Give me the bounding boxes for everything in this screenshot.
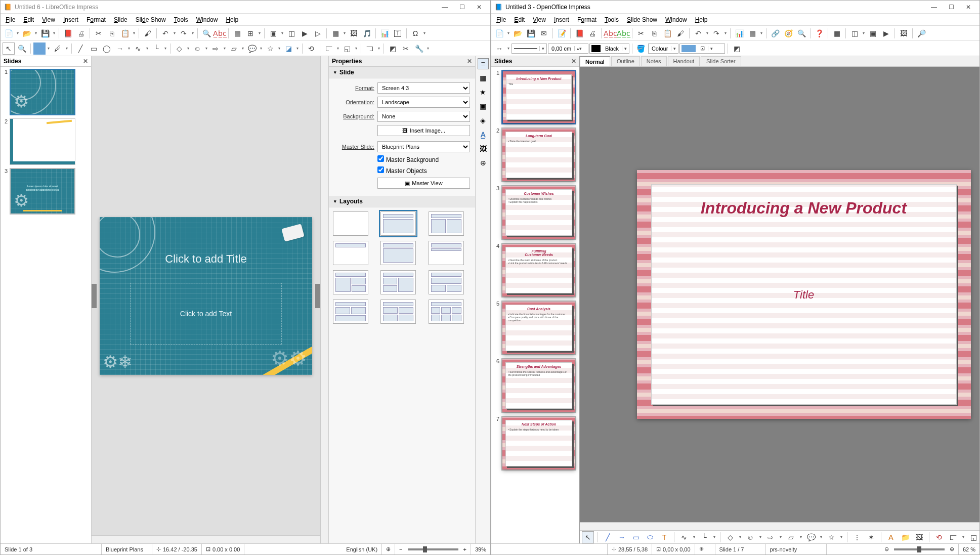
- dropdown-icon[interactable]: ▾: [52, 31, 56, 35]
- basic-shapes-icon[interactable]: ◇: [173, 42, 185, 55]
- master-view-button[interactable]: ▣Master View: [377, 178, 470, 189]
- rotate-icon[interactable]: ⟲: [933, 531, 945, 543]
- gallery-icon[interactable]: 🖼: [898, 27, 910, 39]
- area-fill-icon[interactable]: 🪣: [635, 42, 647, 55]
- select-arrow-icon[interactable]: ↖: [3, 42, 15, 55]
- slide-thumbnail-2[interactable]: [10, 118, 75, 165]
- navigator-icon[interactable]: 🧭: [782, 27, 794, 39]
- tab-normal[interactable]: Normal: [580, 56, 610, 66]
- fontwork-icon[interactable]: A: [885, 531, 897, 543]
- fit-slide-icon[interactable]: ⊕: [382, 544, 395, 554]
- zoom-slider[interactable]: [408, 548, 458, 550]
- line-icon[interactable]: ╱: [74, 42, 87, 55]
- block-arrows-icon[interactable]: ⇨: [764, 531, 777, 543]
- zoom-out-icon[interactable]: ⊖: [884, 546, 889, 552]
- find-icon[interactable]: 🔎: [915, 27, 927, 39]
- line-icon[interactable]: ╱: [602, 531, 614, 543]
- print-icon[interactable]: 🖨: [586, 27, 599, 39]
- maximize-button[interactable]: ☐: [943, 2, 959, 12]
- navigator-icon[interactable]: ⊕: [478, 157, 489, 168]
- slide-thumbnail-1[interactable]: Introducing a New ProductTitle: [501, 70, 576, 124]
- slide-thumbnail-6[interactable]: Strengths and Advantages• Summarise the …: [501, 358, 576, 413]
- menu-edit[interactable]: Edit: [510, 15, 529, 24]
- zoom-out-icon[interactable]: −: [399, 546, 402, 552]
- layout-centered[interactable]: [380, 241, 416, 265]
- open-icon[interactable]: 📂: [21, 27, 33, 39]
- zoom-in-icon[interactable]: ⊕: [950, 546, 954, 552]
- master-background-checkbox[interactable]: [377, 155, 384, 162]
- spellcheck-icon[interactable]: A̲b̲c̲: [604, 27, 616, 39]
- layout-title-content[interactable]: [380, 211, 416, 236]
- connector-icon[interactable]: └: [698, 531, 710, 543]
- menu-tools[interactable]: Tools: [601, 15, 623, 24]
- paste-icon[interactable]: 📋: [119, 27, 131, 39]
- slide-thumbnail-3[interactable]: Customer Wishes• Describe customer needs…: [501, 185, 576, 240]
- dropdown-icon[interactable]: ▾: [839, 535, 843, 539]
- dropdown-icon[interactable]: ▾: [145, 46, 149, 51]
- zoom-icon[interactable]: 🔍: [795, 27, 807, 39]
- insert-av-icon[interactable]: 🎵: [361, 27, 373, 39]
- close-panel-icon[interactable]: ✕: [83, 58, 88, 65]
- layout-blank[interactable]: [333, 211, 368, 236]
- arrow-icon[interactable]: →: [616, 531, 628, 543]
- callouts-icon[interactable]: 💬: [805, 531, 817, 543]
- slide-thumbnail-3[interactable]: ⚙ Lorem ipsum dolor sit amet consectetur…: [10, 168, 75, 215]
- slide-thumbnail-5[interactable]: Cost Analysis• Indicate the financial ad…: [501, 301, 576, 355]
- grid-icon[interactable]: ▦: [831, 27, 843, 39]
- slide-section-header[interactable]: ▾ Slide: [329, 67, 475, 78]
- slide-canvas[interactable]: ⚙⚙ ⚙❄ Click to add Title Click to add Te…: [100, 217, 312, 375]
- menu-slideshow[interactable]: Slide Show: [132, 15, 170, 24]
- text-placeholder[interactable]: Click to add Text: [130, 283, 282, 345]
- line-color-icon[interactable]: 🖊: [52, 42, 64, 55]
- dropdown-icon[interactable]: ▾: [759, 31, 763, 35]
- minimize-button[interactable]: —: [437, 2, 453, 12]
- close-panel-icon[interactable]: ✕: [571, 58, 576, 65]
- new-icon[interactable]: 📄: [3, 27, 15, 39]
- close-button[interactable]: ✕: [960, 2, 976, 12]
- dropdown-icon[interactable]: ▾: [280, 31, 284, 35]
- dropdown-icon[interactable]: ▾: [705, 31, 709, 35]
- dropdown-icon[interactable]: ▾: [127, 46, 131, 51]
- print-icon[interactable]: 🖨: [75, 27, 87, 39]
- cut-icon[interactable]: ✂: [635, 27, 647, 39]
- export-pdf-icon[interactable]: 📕: [62, 27, 74, 39]
- callouts-icon[interactable]: 💬: [246, 42, 258, 55]
- dropdown-icon[interactable]: ▾: [336, 46, 340, 51]
- panel-handle-left[interactable]: [92, 284, 97, 308]
- layouts-section-header[interactable]: ▾ Layouts: [329, 196, 475, 207]
- properties-deck-icon[interactable]: ≡: [478, 58, 489, 69]
- menu-view[interactable]: View: [38, 15, 59, 24]
- slide-design-icon[interactable]: ◫: [848, 27, 861, 39]
- select-arrow-icon[interactable]: ↖: [582, 531, 594, 543]
- status-lang[interactable]: English (UK): [342, 544, 382, 554]
- panel-handle-right[interactable]: [315, 284, 320, 308]
- gluepoints-icon[interactable]: ✶: [865, 531, 877, 543]
- dropdown-icon[interactable]: ▾: [723, 31, 728, 35]
- save-icon[interactable]: 💾: [525, 27, 537, 39]
- maximize-button[interactable]: ☐: [454, 2, 470, 12]
- edit-file-icon[interactable]: 📝: [556, 27, 568, 39]
- zoom-slider[interactable]: [894, 548, 945, 550]
- special-char-icon[interactable]: Ω: [409, 27, 421, 39]
- tab-slidesorter[interactable]: Slide Sorter: [701, 56, 741, 66]
- tab-notes[interactable]: Notes: [641, 56, 667, 66]
- layout-c[interactable]: [429, 270, 464, 294]
- format-paint-icon[interactable]: 🖌: [674, 27, 687, 39]
- dropdown-icon[interactable]: ▾: [692, 535, 696, 539]
- slide-thumbnail-1[interactable]: ⚙: [10, 69, 75, 115]
- dropdown-icon[interactable]: ▾: [173, 31, 177, 35]
- horizontal-scrollbar[interactable]: [92, 535, 320, 543]
- dropdown-icon[interactable]: ▾: [223, 46, 227, 51]
- slide-transition-icon[interactable]: ▦: [478, 72, 489, 83]
- shadow-icon[interactable]: ◩: [387, 42, 399, 55]
- email-icon[interactable]: ✉: [538, 27, 550, 39]
- master-slide-icon[interactable]: ◫: [285, 27, 297, 39]
- dropdown-icon[interactable]: ▾: [799, 535, 803, 539]
- start-first-icon[interactable]: ▶: [299, 27, 311, 39]
- dropdown-icon[interactable]: ▾: [204, 46, 208, 51]
- minimize-button[interactable]: —: [926, 2, 942, 12]
- symbol-shapes-icon[interactable]: ☺: [744, 531, 756, 543]
- text-icon[interactable]: T: [658, 531, 670, 543]
- menu-slide[interactable]: Slide: [110, 15, 132, 24]
- basic-shapes-icon[interactable]: ◇: [724, 531, 736, 543]
